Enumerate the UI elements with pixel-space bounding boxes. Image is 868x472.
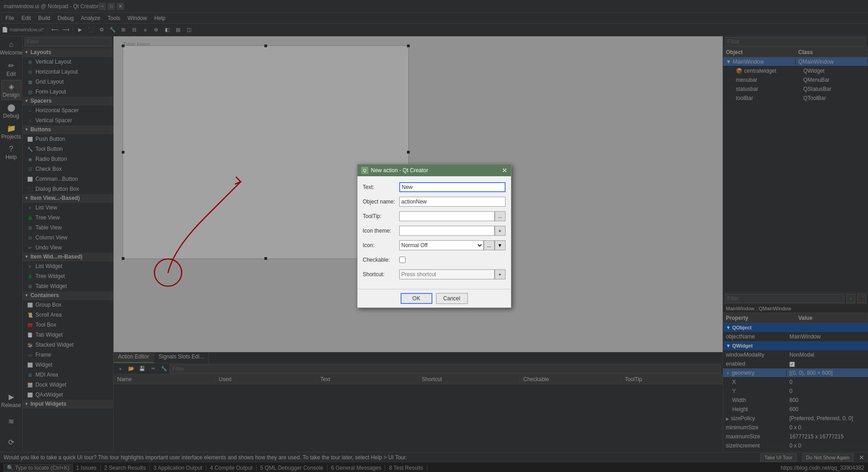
dialog-text-label: Text: — [363, 184, 399, 190]
dialog-icon-browse-btn[interactable]: ... — [484, 240, 495, 250]
modal-title-bar: Q New action - Qt Creator ✕ — [357, 164, 511, 176]
modal-close-button[interactable]: ✕ — [502, 167, 507, 174]
dialog-objectname-label: Object name: — [363, 199, 399, 205]
dialog-shortcut-group: + — [399, 269, 506, 279]
dialog-ok-button[interactable]: OK — [401, 293, 432, 304]
dialog-shortcut-browse-btn[interactable]: + — [495, 269, 506, 279]
dialog-tooltip-row: ToolTip: ... — [363, 211, 506, 222]
modal-body: Text: Object name: ToolTip: ... Icon the… — [357, 176, 511, 289]
dialog-icon-select[interactable]: Normal Off — [399, 240, 484, 250]
dialog-icontheme-input-group: + — [399, 226, 506, 236]
modal-dialog: Q New action - Qt Creator ✕ Text: Object… — [357, 164, 511, 308]
dialog-tooltip-input[interactable] — [399, 211, 495, 221]
dialog-objectname-row: Object name: — [363, 196, 506, 207]
dialog-shortcut-row: Shortcut: + — [363, 269, 506, 280]
modal-icon: Q — [361, 167, 368, 174]
dialog-icon-label: Icon: — [363, 242, 399, 248]
dialog-icontheme-row: Icon theme: + — [363, 225, 506, 236]
dialog-icontheme-browse-btn[interactable]: + — [495, 226, 506, 236]
modal-overlay: Q New action - Qt Creator ✕ Text: Object… — [0, 0, 868, 472]
dialog-icon-dropdown-btn[interactable]: ▼ — [495, 240, 506, 250]
dialog-text-row: Text: — [363, 182, 506, 193]
dialog-objectname-input[interactable] — [399, 197, 506, 207]
modal-title: New action - Qt Creator — [371, 167, 502, 174]
dialog-icon-dropdown-group: Normal Off ... ▼ — [399, 240, 506, 250]
dialog-checkable-label: Checkable: — [363, 257, 399, 263]
dialog-icontheme-label: Icon theme: — [363, 228, 399, 234]
dialog-shortcut-input[interactable] — [399, 269, 495, 279]
dialog-checkable-checkbox[interactable] — [399, 257, 406, 263]
dialog-tooltip-input-group: ... — [399, 211, 506, 221]
dialog-checkable-row: Checkable: — [363, 254, 506, 265]
modal-footer: OK Cancel — [357, 289, 511, 308]
dialog-shortcut-label: Shortcut: — [363, 271, 399, 278]
dialog-icon-row: Icon: Normal Off ... ▼ — [363, 240, 506, 251]
dialog-text-input[interactable] — [399, 182, 506, 192]
dialog-tooltip-browse-btn[interactable]: ... — [495, 211, 506, 221]
dialog-tooltip-label: ToolTip: — [363, 213, 399, 219]
dialog-cancel-button[interactable]: Cancel — [436, 293, 468, 304]
dialog-icontheme-input[interactable] — [399, 226, 495, 236]
